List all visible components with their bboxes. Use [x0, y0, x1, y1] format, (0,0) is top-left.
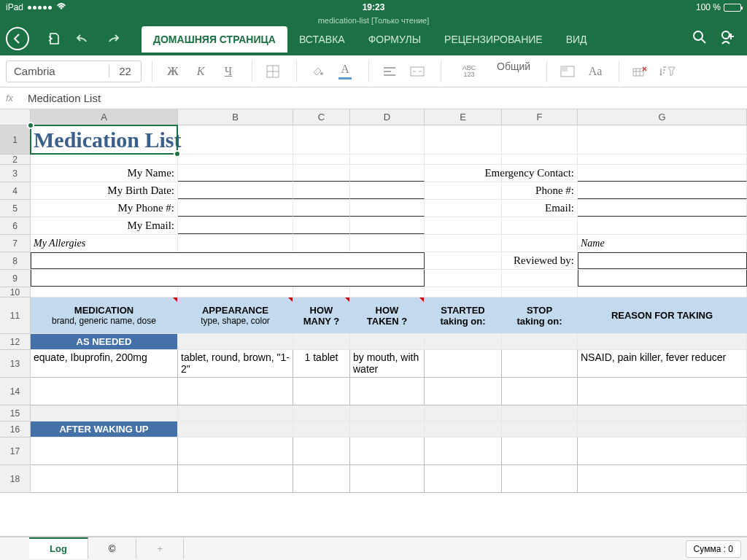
- row-header-6[interactable]: 6: [0, 217, 31, 235]
- cell-c1[interactable]: [293, 125, 350, 154]
- col-header-c[interactable]: C: [293, 109, 350, 125]
- row-header-4[interactable]: 4: [0, 182, 31, 200]
- cell-taken[interactable]: by mouth, with water: [350, 350, 425, 377]
- th-started[interactable]: STARTEDtaking on:: [425, 298, 502, 333]
- th-howmany[interactable]: HOWMANY ?: [293, 298, 350, 333]
- font-size[interactable]: 22: [109, 65, 141, 77]
- tab-view[interactable]: ВИД: [554, 26, 599, 52]
- back-button[interactable]: [6, 27, 29, 50]
- cell-a1[interactable]: Medication List: [31, 125, 178, 154]
- share-icon[interactable]: [719, 29, 735, 48]
- section-waking[interactable]: AFTER WAKING UP: [31, 421, 178, 437]
- spreadsheet[interactable]: A B C D E F G 1 2 3 4 5 6 7 8 9 10 11 12…: [0, 109, 747, 525]
- font-name[interactable]: Cambria: [7, 65, 109, 77]
- row-header-15[interactable]: 15: [0, 405, 31, 421]
- th-appearance[interactable]: APPEARANCEtype, shape, color: [178, 298, 293, 333]
- fill-color-button[interactable]: [304, 61, 330, 82]
- italic-button[interactable]: К: [187, 61, 214, 82]
- row-header-10[interactable]: 10: [0, 287, 31, 298]
- cells-area[interactable]: Medication List My Name:: [31, 125, 747, 493]
- col-header-d[interactable]: D: [350, 109, 425, 125]
- label-email[interactable]: My Email:: [31, 217, 178, 234]
- number-format-icon[interactable]: ABC123: [449, 61, 489, 82]
- row-header-9[interactable]: 9: [0, 270, 31, 287]
- cell-app[interactable]: tablet, round, brown, "1-2": [178, 350, 293, 377]
- sheet-tab-log[interactable]: Log: [29, 537, 88, 559]
- col-header-e[interactable]: E: [425, 109, 502, 125]
- sum-display[interactable]: Сумма : 0: [686, 540, 741, 558]
- cell-g1[interactable]: [578, 125, 747, 154]
- add-sheet-button[interactable]: +: [136, 539, 184, 559]
- align-button[interactable]: [376, 61, 403, 82]
- file-icon[interactable]: [44, 28, 64, 49]
- label-reviewed[interactable]: Reviewed by:: [502, 252, 578, 269]
- cell-b1[interactable]: [178, 125, 293, 154]
- tab-review[interactable]: РЕЦЕНЗИРОВАНИЕ: [433, 26, 554, 52]
- ribbon-tabs: ДОМАШНЯЯ СТРАНИЦА ВСТАВКА ФОРМУЛЫ РЕЦЕНЗ…: [142, 26, 599, 52]
- row-header-8[interactable]: 8: [0, 252, 31, 270]
- text-style-button[interactable]: Aa: [582, 61, 608, 82]
- tab-formulas[interactable]: ФОРМУЛЫ: [357, 26, 433, 52]
- column-headers: A B C D E F G: [0, 109, 747, 125]
- redo-button[interactable]: [102, 28, 123, 49]
- row-header-12[interactable]: 12: [0, 334, 31, 350]
- th-reason[interactable]: REASON FOR TAKING: [578, 298, 747, 333]
- col-header-a[interactable]: A: [31, 109, 178, 125]
- label-namehdr[interactable]: Name: [578, 235, 747, 252]
- cell-med[interactable]: equate, Ibuprofin, 200mg: [31, 350, 178, 377]
- th-howtaken[interactable]: HOWTAKEN ?: [350, 298, 425, 333]
- insert-delete-button[interactable]: [627, 61, 653, 82]
- bold-button[interactable]: Ж: [160, 61, 186, 82]
- cell-d1[interactable]: [350, 125, 425, 154]
- comment-indicator-icon: [419, 298, 424, 302]
- row-header-13[interactable]: 13: [0, 350, 31, 378]
- cell-e1[interactable]: [425, 125, 502, 154]
- cell-f1[interactable]: [502, 125, 578, 154]
- font-color-button[interactable]: А: [332, 61, 358, 82]
- svg-rect-4: [411, 67, 424, 76]
- col-header-g[interactable]: G: [578, 109, 747, 125]
- row-header-17[interactable]: 17: [0, 438, 31, 465]
- row-header-1[interactable]: 1: [0, 125, 31, 155]
- label-birth[interactable]: My Birth Date:: [31, 182, 178, 199]
- cell-styles-button[interactable]: [554, 61, 581, 82]
- undo-button[interactable]: [73, 28, 93, 49]
- cell-reason[interactable]: NSAID, pain killer, fever reducer: [578, 350, 747, 377]
- row-headers: 1 2 3 4 5 6 7 8 9 10 11 12 13 14 15 16 1…: [0, 125, 31, 493]
- tab-insert[interactable]: ВСТАВКА: [287, 26, 357, 52]
- label-eemail[interactable]: Email:: [502, 200, 578, 217]
- row-header-7[interactable]: 7: [0, 235, 31, 252]
- sort-filter-button[interactable]: [654, 61, 681, 82]
- app-header: medication-list [Только чтение] ДОМАШНЯЯ…: [0, 15, 747, 55]
- row-header-14[interactable]: 14: [0, 378, 31, 405]
- formula-bar[interactable]: fx Medication List: [0, 88, 747, 109]
- underline-button[interactable]: Ч: [215, 61, 241, 82]
- search-icon[interactable]: [692, 29, 708, 48]
- row-header-5[interactable]: 5: [0, 200, 31, 217]
- cell-many[interactable]: 1 tablet: [293, 350, 350, 377]
- col-header-b[interactable]: B: [178, 109, 293, 125]
- merge-button[interactable]: [404, 61, 430, 82]
- row-header-2[interactable]: 2: [0, 155, 31, 165]
- label-allergies[interactable]: My Allergies: [31, 235, 178, 252]
- font-selector[interactable]: Cambria 22: [6, 61, 142, 82]
- row-header-18[interactable]: 18: [0, 465, 31, 493]
- col-header-f[interactable]: F: [502, 109, 578, 125]
- row-header-11[interactable]: 11: [0, 298, 31, 334]
- th-stop[interactable]: STOPtaking on:: [502, 298, 578, 333]
- sheet-tab-copyright[interactable]: ©: [88, 539, 137, 559]
- row-header-3[interactable]: 3: [0, 165, 31, 182]
- section-asneeded[interactable]: AS NEEDED: [31, 334, 178, 349]
- label-emergency[interactable]: Emergency Contact:: [502, 165, 578, 182]
- select-all-corner[interactable]: [0, 109, 31, 125]
- fx-content: Medication List: [28, 92, 101, 104]
- row-header-16[interactable]: 16: [0, 421, 31, 438]
- label-phone[interactable]: My Phone #:: [31, 200, 178, 217]
- label-name[interactable]: My Name:: [31, 165, 178, 182]
- label-ephone[interactable]: Phone #:: [502, 182, 578, 199]
- th-medication[interactable]: MEDICATIONbrand, generic name, dose: [31, 298, 178, 333]
- fx-label: fx: [6, 93, 28, 104]
- number-format-label[interactable]: Общий: [491, 61, 536, 82]
- borders-button[interactable]: [260, 61, 286, 82]
- tab-home[interactable]: ДОМАШНЯЯ СТРАНИЦА: [142, 26, 287, 52]
